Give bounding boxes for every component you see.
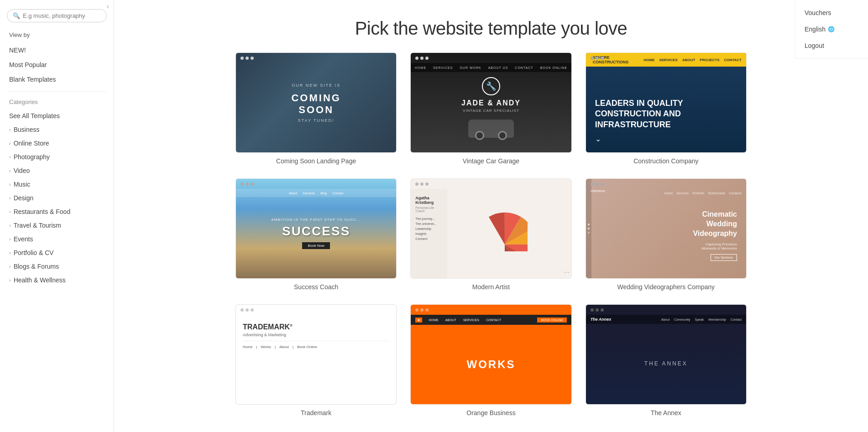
- sidebar-item-music-label: Music: [14, 181, 31, 188]
- english-menu-item[interactable]: English 🌐: [795, 21, 868, 37]
- tm-nav-works: Works: [261, 345, 271, 349]
- car-wheel-left: [475, 131, 484, 140]
- suc-nav-services: Services: [303, 192, 315, 195]
- orange-content: WORKS: [411, 315, 571, 405]
- template-preview-vintage-car: HOME SERVICES OUR WORK ABOUT US CONTACT …: [410, 52, 571, 153]
- template-card-wedding[interactable]: Home Services Portfolio Testimonials Con…: [586, 178, 747, 291]
- wed-nav-4: Testimonials: [708, 192, 726, 195]
- orange-nav-home: HOME: [429, 318, 439, 322]
- jade-andy-sub: VINTAGE CAR SPECIALIST: [463, 109, 519, 113]
- orange-nav-about: ABOUT: [445, 318, 456, 322]
- orange-nav: ■ HOME ABOUT SERVICES CONTACT BOOK ONLIN…: [411, 315, 571, 325]
- template-preview-orange: ■ HOME ABOUT SERVICES CONTACT BOOK ONLIN…: [410, 304, 571, 405]
- dot-1: [415, 57, 418, 60]
- coming-soon-tagline: STAY TUNED!: [291, 118, 340, 123]
- wedding-brand: eMotions: [591, 189, 605, 193]
- con-nav-services: SERVICES: [659, 58, 678, 62]
- sidebar-item-portfolio-cv[interactable]: › Portfolio & CV: [0, 246, 114, 260]
- sidebar-item-new[interactable]: NEW!: [0, 43, 114, 57]
- chevron-right-icon: ›: [9, 182, 11, 187]
- coming-soon-title: COMINGSOON: [291, 92, 340, 116]
- sidebar-item-design[interactable]: › Design: [0, 191, 114, 205]
- con-nav-links: HOME SERVICES ABOUT PROJECTS CONTACT: [644, 58, 742, 62]
- template-card-vintage-car[interactable]: HOME SERVICES OUR WORK ABOUT US CONTACT …: [410, 52, 571, 165]
- sidebar-item-business[interactable]: › Business: [0, 123, 114, 136]
- sidebar-item-restaurants-food[interactable]: › Restaurants & Food: [0, 205, 114, 219]
- template-name-dark: The Annex: [586, 409, 747, 416]
- nav-book: BOOK ONLINE: [540, 66, 567, 69]
- sidebar-item-see-all[interactable]: See All Templates: [0, 109, 114, 123]
- template-card-construction[interactable]: SPHERECONSTRUCTIONS HOME SERVICES ABOUT …: [586, 52, 747, 165]
- artist-nav-1: The journey...: [415, 217, 443, 220]
- artist-title: Personal Life Coach: [415, 206, 443, 213]
- sphere-logo: SPHERECONSTRUCTIONS: [591, 54, 631, 65]
- orange-logo-sq: ■: [415, 317, 422, 323]
- dot-3: [425, 182, 429, 186]
- sidebar-item-blogs-forums[interactable]: › Blogs & Forums: [0, 260, 114, 273]
- sidebar-item-photography[interactable]: › Photography: [0, 150, 114, 164]
- sidebar-item-online-store[interactable]: › Online Store: [0, 136, 114, 150]
- wed-nav-2: Services: [676, 192, 689, 195]
- success-content: AMBITION IS THE FIRST STEP TO SUCC... SU…: [272, 218, 361, 249]
- globe-icon: 🌐: [828, 26, 835, 32]
- window-dots: [591, 182, 604, 186]
- template-card-success-coach[interactable]: About Services Blog Contact AMBITION IS …: [235, 178, 397, 291]
- template-card-modern-artist[interactable]: Agatha Kristberg Personal Life Coach The…: [410, 178, 571, 291]
- tm-nav-sep3: |: [293, 345, 293, 349]
- tm-nav-book: Book Online: [297, 345, 317, 349]
- dot-3: [601, 182, 604, 186]
- search-input[interactable]: [23, 12, 101, 19]
- sidebar-item-business-label: Business: [14, 126, 40, 133]
- template-card-orange[interactable]: ■ HOME ABOUT SERVICES CONTACT BOOK ONLIN…: [410, 304, 571, 416]
- wed-nav-1: Home: [664, 192, 673, 195]
- artist-nav-5: Connect: [415, 237, 443, 240]
- dot-red: [241, 57, 244, 60]
- window-dots: [415, 57, 429, 60]
- orange-main-text: WORKS: [466, 358, 515, 371]
- template-name-success: Success Coach: [235, 283, 397, 291]
- trademark-content: TRADEMARK® Advertising & Marketing Home …: [236, 309, 396, 356]
- template-card-dark[interactable]: The Annex About Community Speak Membersh…: [586, 304, 747, 416]
- sidebar-item-music[interactable]: › Music: [0, 177, 114, 191]
- wed-nav-3: Portfolio: [692, 192, 704, 195]
- template-name-vintage-car: Vintage Car Garage: [410, 157, 571, 165]
- sidebar-item-most-popular[interactable]: Most Popular: [0, 57, 114, 72]
- orange-book-btn[interactable]: BOOK ONLINE: [537, 317, 566, 323]
- wedding-main: CinematicWeddingVideography Capturing Pr…: [586, 186, 746, 279]
- window-dots: [415, 182, 429, 186]
- jade-andy-title: JADE & ANDY: [461, 99, 521, 107]
- tm-nav-sep1: |: [256, 345, 257, 349]
- wedding-title: CinematicWeddingVideography: [693, 210, 737, 238]
- sidebar-item-blank-templates[interactable]: Blank Templates: [0, 72, 114, 87]
- template-name-trademark: Trademark: [235, 409, 397, 416]
- success-title: SUCCESS: [272, 224, 361, 239]
- sidebar-collapse-arrow[interactable]: ‹: [107, 2, 109, 10]
- wed-nav-5: Contacts: [729, 192, 742, 195]
- search-box[interactable]: 🔍: [7, 9, 107, 22]
- logout-menu-item[interactable]: Logout: [795, 37, 868, 54]
- sidebar-item-restaurants-food-label: Restaurants & Food: [14, 208, 71, 215]
- wedding-cta-button[interactable]: Our Services: [711, 254, 737, 261]
- dot-3: [425, 57, 429, 60]
- template-card-trademark[interactable]: TRADEMARK® Advertising & Marketing Home …: [235, 304, 397, 416]
- template-card-coming-soon[interactable]: OUR NEW SITE IS COMINGSOON STAY TUNED! C…: [235, 52, 397, 165]
- sidebar-item-events[interactable]: › Events: [0, 232, 114, 246]
- chevron-right-icon: ›: [9, 168, 11, 173]
- strip-dot: [588, 232, 590, 234]
- sidebar-item-travel-tourism[interactable]: › Travel & Tourism: [0, 219, 114, 232]
- template-preview-coming-soon: OUR NEW SITE IS COMINGSOON STAY TUNED!: [235, 52, 397, 153]
- success-book-button[interactable]: Book Now: [302, 242, 329, 249]
- vouchers-menu-item[interactable]: Vouchers: [795, 5, 868, 21]
- wedding-strip: [586, 179, 591, 278]
- dot-3: [251, 308, 254, 312]
- sidebar-item-health-wellness[interactable]: › Health & Wellness: [0, 273, 114, 287]
- dot-2: [420, 182, 424, 186]
- wedding-nav: Home Services Portfolio Testimonials Con…: [586, 189, 746, 197]
- dot-2: [420, 308, 424, 312]
- window-dots: [591, 308, 604, 312]
- categories-label: Categories: [0, 96, 114, 109]
- sidebar-item-video[interactable]: › Video: [0, 164, 114, 177]
- nav-about: ABOUT US: [488, 66, 508, 69]
- sidebar: ‹ 🔍 View by NEW! Most Popular Blank Temp…: [0, 0, 114, 432]
- window-dots: [241, 182, 254, 186]
